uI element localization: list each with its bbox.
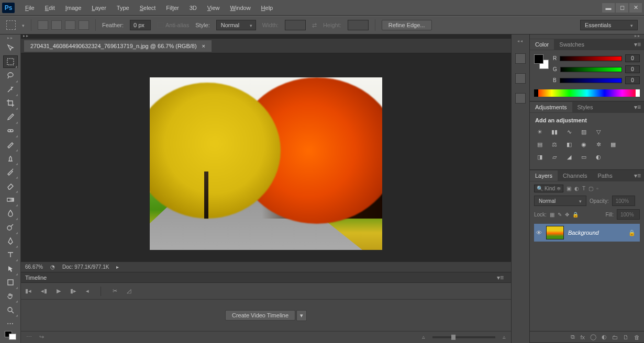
fx-icon[interactable]: fx [580,334,585,340]
menu-file[interactable]: File [20,3,40,13]
filter-type-icon[interactable]: T [582,186,585,191]
edit-toolbar[interactable]: ⋯ [3,317,18,330]
timeline-next-frame-icon[interactable]: ▮▸ [70,288,76,294]
info-panel-icon[interactable] [515,93,526,104]
marquee-tool[interactable] [3,55,18,68]
exposure-icon[interactable]: ▨ [579,128,589,136]
invert-icon[interactable]: ◨ [535,153,545,161]
r-value[interactable]: 0 [625,54,640,62]
maximize-button[interactable]: ◻ [616,3,628,13]
lasso-tool[interactable] [3,69,18,82]
delete-layer-icon[interactable]: 🗑 [634,334,640,340]
timeline-first-frame-icon[interactable]: ▮◂ [25,288,31,294]
layer-thumbnail[interactable] [546,226,564,239]
menu-view[interactable]: View [202,3,225,13]
selection-subtract-icon[interactable] [65,20,75,30]
lock-position-icon[interactable]: ✥ [565,212,569,218]
color-spectrum[interactable] [534,89,640,97]
r-slider[interactable] [560,56,622,61]
dodge-tool[interactable] [3,221,18,233]
layer-name[interactable]: Background [568,230,599,236]
layers-tab[interactable]: Layers [530,170,558,181]
fill-input[interactable]: 100% [617,209,640,220]
status-flyout-icon[interactable]: ▸ [116,264,119,270]
zoom-level[interactable]: 66.67% [25,264,43,270]
foreground-background-swatch[interactable] [534,54,549,69]
vibrance-icon[interactable]: ▽ [594,128,603,136]
threshold-icon[interactable]: ◢ [564,153,574,161]
g-value[interactable]: 0 [625,65,640,73]
menu-3d[interactable]: 3D [184,3,202,13]
history-panel-icon[interactable] [515,53,526,64]
menu-help[interactable]: Help [256,3,279,13]
levels-icon[interactable]: ▮▮ [550,128,559,136]
timeline-play-icon[interactable]: ▶ [57,288,61,294]
feather-input[interactable]: 0 px [130,20,151,30]
selectivecolor-icon[interactable]: ◐ [594,153,603,161]
menu-window[interactable]: Window [225,3,256,13]
adjustments-tab[interactable]: Adjustments [530,102,572,112]
marquee-tool-icon[interactable] [6,20,16,30]
layers-panel-menu-icon[interactable]: ▾≡ [634,172,644,179]
timeline-tab[interactable]: Timeline [25,275,47,281]
channelmixer-icon[interactable]: ✲ [594,140,603,148]
new-layer-icon[interactable]: 🗋 [623,334,629,340]
colorlookup-icon[interactable]: ▦ [608,140,618,148]
timeline-menu-icon[interactable]: ▾≡ [497,274,507,281]
timeline-audio-icon[interactable]: ◂ [86,288,89,294]
filter-pixel-icon[interactable]: ▣ [567,186,571,191]
bw-icon[interactable]: ◧ [564,140,574,148]
hue-icon[interactable]: ▤ [535,140,545,148]
filter-smart-icon[interactable]: ▫ [596,186,598,191]
status-preview-icon[interactable]: ◔ [50,264,55,270]
adjustments-panel-menu-icon[interactable]: ▾≡ [634,104,644,111]
link-layers-icon[interactable]: ⧉ [571,334,575,340]
create-timeline-dropdown[interactable]: ▾ [296,310,307,321]
menu-layer[interactable]: Layer [86,3,112,13]
tool-preset-dropdown[interactable] [22,22,25,28]
curves-icon[interactable]: ∿ [564,128,574,136]
filter-adjust-icon[interactable]: ◐ [574,186,579,191]
menu-type[interactable]: Type [112,3,135,13]
eyedropper-tool[interactable] [3,110,18,123]
crop-tool[interactable] [3,97,18,109]
menu-image[interactable]: Image [60,3,87,13]
swatches-tab[interactable]: Swatches [554,39,590,50]
timeline-split-icon[interactable]: ✂ [113,288,117,294]
gradient-tool[interactable] [3,193,18,206]
filter-shape-icon[interactable]: ▢ [589,186,593,191]
timeline-render-icon[interactable]: ↪ [39,334,44,340]
lock-image-icon[interactable]: ✎ [558,212,562,218]
blend-mode-dropdown[interactable]: Normal [534,196,586,206]
timeline-zoom-in-icon[interactable]: ▵ [503,334,506,340]
mask-icon[interactable]: ◯ [590,334,596,340]
b-slider[interactable] [560,78,622,83]
pen-tool[interactable] [3,235,18,247]
clone-stamp-tool[interactable] [3,152,18,165]
colorbalance-icon[interactable]: ⚖ [550,140,559,148]
hand-tool[interactable] [3,290,18,302]
canvas[interactable] [21,53,511,261]
style-dropdown[interactable]: Normal [216,20,256,30]
filter-kind-dropdown[interactable]: 🔍 Kind ≑ [534,185,563,192]
move-tool[interactable] [3,42,18,54]
color-swatches[interactable] [5,331,16,340]
eraser-tool[interactable] [3,179,18,192]
healing-brush-tool[interactable] [3,124,18,137]
selection-intersect-icon[interactable] [79,20,89,30]
type-tool[interactable] [3,248,18,261]
lock-all-icon[interactable]: 🔒 [572,212,579,218]
menu-filter[interactable]: Filter [161,3,184,13]
selection-add-icon[interactable] [51,20,62,30]
styles-tab[interactable]: Styles [572,102,598,112]
lock-transparent-icon[interactable]: ▦ [550,212,554,218]
close-button[interactable]: ✕ [629,3,642,13]
color-panel-menu-icon[interactable]: ▾≡ [634,41,644,48]
new-group-icon[interactable]: 🗀 [612,334,618,340]
blur-tool[interactable] [3,207,18,220]
menu-edit[interactable]: Edit [40,3,60,13]
g-slider[interactable] [560,67,622,72]
brightness-icon[interactable]: ☀ [535,128,545,136]
brush-tool[interactable] [3,138,18,151]
gradientmap-icon[interactable]: ▭ [579,153,589,161]
